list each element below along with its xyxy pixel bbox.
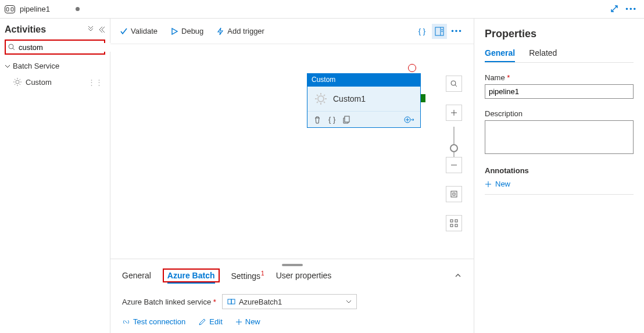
- settings-badge: 1: [261, 270, 264, 277]
- svg-rect-20: [228, 299, 231, 304]
- edit-button[interactable]: Edit: [198, 317, 222, 326]
- node-status-icon: [408, 64, 416, 72]
- svg-point-9: [318, 96, 324, 102]
- zoom-slider-knob[interactable]: [450, 144, 458, 152]
- delete-icon[interactable]: [313, 116, 321, 124]
- search-input-wrap[interactable]: [5, 40, 105, 55]
- svg-rect-21: [231, 299, 235, 304]
- add-trigger-label: Add trigger: [227, 27, 264, 35]
- search-icon: [8, 44, 15, 51]
- activity-item-custom[interactable]: Custom ⋮⋮: [5, 75, 105, 89]
- add-trigger-button[interactable]: Add trigger: [216, 27, 264, 35]
- debug-label: Debug: [181, 27, 203, 35]
- svg-line-13: [455, 85, 457, 87]
- collapse-node-icon[interactable]: [404, 116, 414, 124]
- tree-category-label: Batch Service: [13, 62, 59, 70]
- pipeline-icon: [5, 5, 15, 13]
- svg-rect-0: [6, 8, 9, 11]
- more-icon[interactable]: •••: [625, 5, 637, 13]
- annotations-label: Annotations: [485, 166, 634, 175]
- node-header: Custom: [307, 73, 421, 86]
- properties-pane-icon[interactable]: [432, 24, 447, 39]
- validate-label: Validate: [131, 27, 158, 35]
- validate-button[interactable]: Validate: [120, 27, 158, 35]
- pipeline-canvas[interactable]: Custom Custom1 { }: [110, 44, 474, 259]
- name-label: Name: [485, 73, 505, 82]
- canvas-search-icon[interactable]: [446, 76, 462, 92]
- activities-title: Activities: [5, 24, 46, 35]
- search-input[interactable]: [19, 43, 116, 52]
- fit-screen-icon[interactable]: [446, 186, 462, 202]
- play-icon: [170, 27, 178, 35]
- gear-icon: [13, 77, 22, 87]
- gear-icon: [313, 91, 328, 106]
- canvas-more-icon[interactable]: •••: [449, 24, 464, 39]
- tab-azure-batch[interactable]: Azure Batch: [167, 271, 215, 280]
- svg-point-12: [451, 81, 456, 85]
- description-label: Description: [485, 109, 634, 118]
- debug-button[interactable]: Debug: [170, 27, 203, 35]
- expand-icon[interactable]: [610, 5, 618, 13]
- add-annotation-button[interactable]: New: [485, 180, 634, 188]
- svg-rect-14: [451, 191, 457, 197]
- pencil-icon: [198, 318, 206, 326]
- svg-rect-19: [455, 224, 457, 227]
- svg-rect-18: [450, 224, 453, 227]
- resize-handle[interactable]: [282, 264, 303, 266]
- bolt-icon: [216, 27, 224, 35]
- svg-point-4: [16, 80, 19, 84]
- linked-service-label: Azure Batch linked service: [122, 298, 211, 306]
- svg-rect-10: [345, 116, 349, 122]
- svg-point-2: [9, 44, 13, 49]
- activity-item-label: Custom: [26, 78, 52, 87]
- tab-settings[interactable]: Settings1: [231, 270, 264, 281]
- tab-title[interactable]: pipeline1: [20, 5, 50, 13]
- new-linked-service-button[interactable]: New: [235, 317, 260, 326]
- linked-service-dropdown[interactable]: AzureBatch1: [222, 294, 357, 309]
- tab-user-properties[interactable]: User properties: [276, 271, 332, 280]
- svg-rect-15: [453, 193, 455, 195]
- dirty-indicator-icon: [76, 7, 80, 11]
- linked-service-value: AzureBatch1: [239, 298, 282, 306]
- chevron-down-icon: [346, 299, 352, 305]
- activity-node-custom1[interactable]: Custom Custom1 { }: [307, 73, 421, 128]
- collapse-bottom-icon[interactable]: [454, 271, 462, 280]
- name-input[interactable]: [485, 84, 634, 99]
- check-icon: [120, 27, 128, 35]
- tree-category-batch-service[interactable]: Batch Service: [5, 60, 105, 71]
- collapse-all-icon[interactable]: [88, 26, 95, 33]
- svg-rect-16: [450, 220, 453, 222]
- zoom-out-icon[interactable]: [446, 157, 462, 173]
- chevron-down-icon: [5, 63, 10, 69]
- zoom-in-icon[interactable]: [446, 105, 462, 121]
- connection-icon: [122, 318, 130, 326]
- props-tab-general[interactable]: General: [485, 48, 515, 62]
- svg-rect-1: [11, 8, 13, 11]
- drag-handle-icon[interactable]: ⋮⋮: [88, 78, 103, 87]
- copy-icon[interactable]: [342, 116, 350, 124]
- tab-general[interactable]: General: [122, 271, 151, 280]
- code-view-icon[interactable]: { }: [414, 24, 430, 39]
- svg-line-3: [13, 48, 15, 50]
- svg-rect-17: [455, 220, 457, 222]
- props-tab-related[interactable]: Related: [529, 48, 557, 62]
- plus-icon: [235, 318, 242, 325]
- linked-service-icon: [227, 298, 235, 306]
- description-input[interactable]: [485, 120, 634, 154]
- zoom-slider[interactable]: [453, 127, 455, 159]
- hide-panel-icon[interactable]: [98, 26, 105, 33]
- properties-title: Properties: [485, 28, 634, 40]
- auto-layout-icon[interactable]: [446, 215, 462, 231]
- success-connector[interactable]: [421, 94, 425, 102]
- node-name: Custom1: [333, 94, 366, 103]
- test-connection-button[interactable]: Test connection: [122, 317, 185, 326]
- plus-icon: [485, 181, 492, 188]
- node-code-icon[interactable]: { }: [328, 115, 335, 124]
